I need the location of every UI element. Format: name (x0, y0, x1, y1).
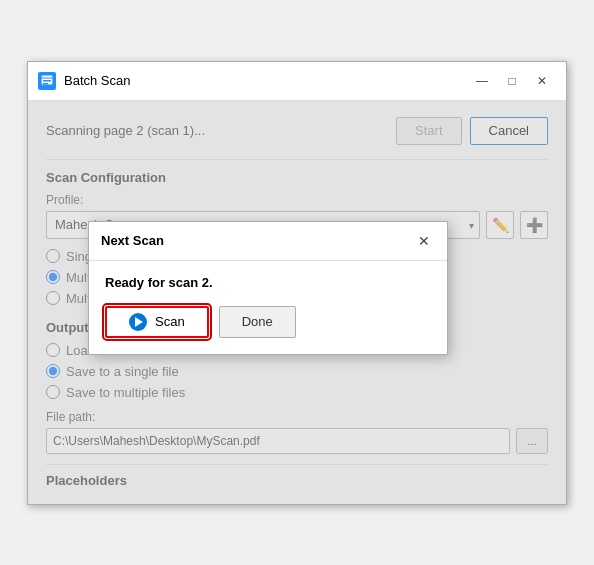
done-button[interactable]: Done (219, 306, 296, 338)
modal-body: Ready for scan 2. Scan Done (89, 261, 447, 354)
minimize-button[interactable]: — (468, 70, 496, 92)
scan-button[interactable]: Scan (105, 306, 209, 338)
modal-close-button[interactable]: ✕ (413, 230, 435, 252)
window-body: Scanning page 2 (scan 1)... Start Cancel… (28, 101, 566, 504)
window-title: Batch Scan (64, 73, 460, 88)
title-bar: Batch Scan — □ ✕ (28, 62, 566, 101)
svg-rect-3 (43, 83, 48, 85)
maximize-button[interactable]: □ (498, 70, 526, 92)
play-triangle (135, 317, 143, 327)
modal-message: Ready for scan 2. (105, 275, 431, 290)
window-controls: — □ ✕ (468, 70, 556, 92)
svg-rect-2 (43, 80, 51, 82)
main-window: Batch Scan — □ ✕ Scanning page 2 (scan 1… (27, 61, 567, 505)
modal-buttons: Scan Done (105, 306, 431, 338)
modal-title-bar: Next Scan ✕ (89, 222, 447, 261)
scan-button-label: Scan (155, 314, 185, 329)
app-icon (38, 72, 56, 90)
next-scan-modal: Next Scan ✕ Ready for scan 2. Scan Done (88, 221, 448, 355)
scan-play-icon (129, 313, 147, 331)
close-window-button[interactable]: ✕ (528, 70, 556, 92)
modal-title: Next Scan (101, 233, 164, 248)
